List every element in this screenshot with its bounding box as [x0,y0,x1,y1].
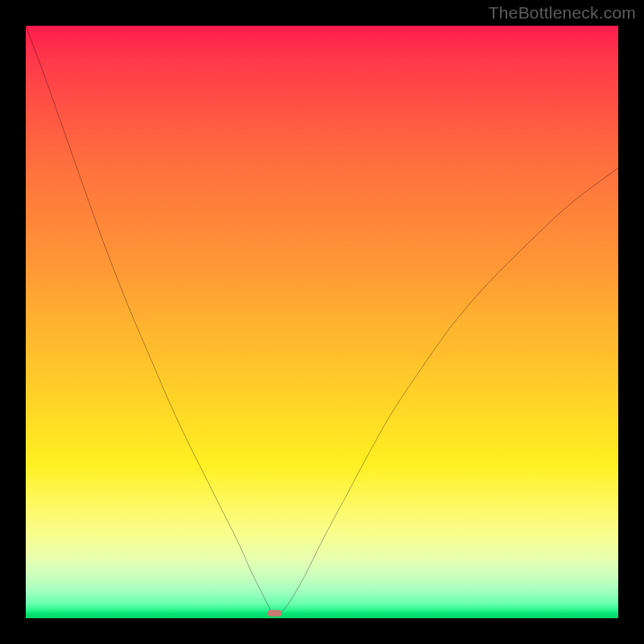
chart-frame: TheBottleneck.com [0,0,644,644]
attribution-watermark: TheBottleneck.com [489,3,636,23]
plot-area [26,26,618,618]
bottleneck-curve [26,26,618,615]
curve-layer [26,26,618,618]
min-marker [267,610,282,617]
